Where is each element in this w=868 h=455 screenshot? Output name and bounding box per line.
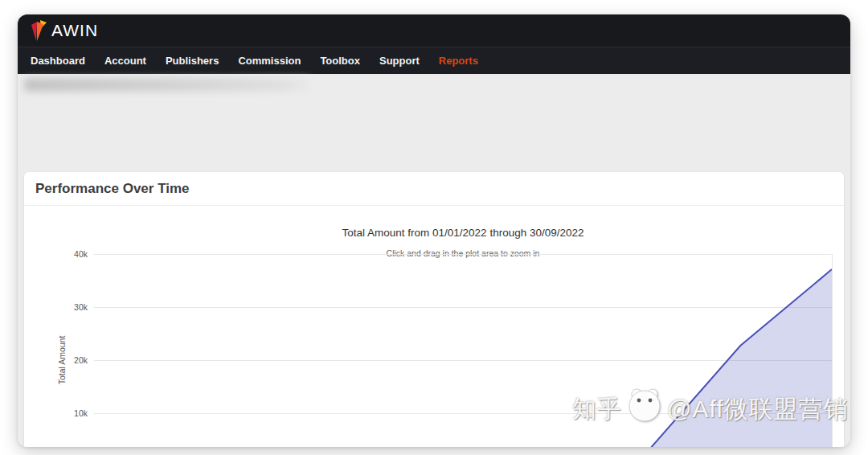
content-area: Performance Over Time Total Amount from … xyxy=(18,74,850,446)
plot-area[interactable]: Total Amount from 01/01/2022 through 30/… xyxy=(24,206,844,447)
performance-card: Performance Over Time Total Amount from … xyxy=(24,172,844,447)
y-tick-label: 40k xyxy=(44,249,88,259)
nav-item-account[interactable]: Account xyxy=(104,55,146,67)
nav-item-support[interactable]: Support xyxy=(379,55,420,67)
area-series-total-amount xyxy=(94,254,832,447)
nav-item-publishers[interactable]: Publishers xyxy=(166,55,219,67)
y-tick-label: 20k xyxy=(44,355,88,365)
awin-logo[interactable]: AWIN xyxy=(29,19,98,42)
page: AWIN Dashboard Account Publishers Commis… xyxy=(0,0,868,455)
blurred-breadcrumb-bar xyxy=(24,78,310,92)
app-window: AWIN Dashboard Account Publishers Commis… xyxy=(18,14,850,447)
chart-title: Total Amount from 01/01/2022 through 30/… xyxy=(94,227,832,239)
awin-flame-icon xyxy=(29,19,48,42)
nav-item-commission[interactable]: Commission xyxy=(238,55,301,67)
card-title: Performance Over Time xyxy=(24,172,844,206)
y-tick-label: 30k xyxy=(44,302,88,312)
gridline-right-edge xyxy=(832,254,833,447)
brand-name: AWIN xyxy=(51,21,98,40)
nav-item-dashboard[interactable]: Dashboard xyxy=(31,55,85,67)
top-brand-bar: AWIN xyxy=(18,14,850,47)
y-tick-label: 10k xyxy=(44,408,88,418)
nav-item-reports[interactable]: Reports xyxy=(439,55,478,67)
main-nav: Dashboard Account Publishers Commission … xyxy=(18,47,850,74)
nav-item-toolbox[interactable]: Toolbox xyxy=(320,55,360,67)
